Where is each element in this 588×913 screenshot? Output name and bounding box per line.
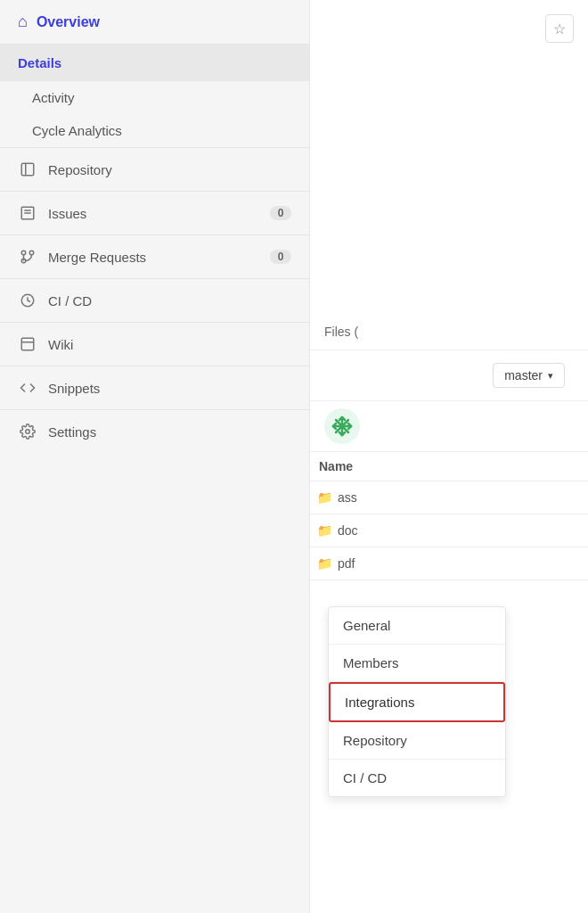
sidebar-details-header[interactable]: Details	[0, 45, 309, 81]
svg-rect-9	[21, 338, 34, 350]
file-name: doc	[338, 523, 358, 538]
file-icon	[18, 160, 37, 179]
sidebar-details-section: Details Activity Cycle Analytics	[0, 45, 309, 147]
dropdown-item-general[interactable]: General	[329, 607, 505, 645]
merge-requests-label: Merge Requests	[48, 250, 146, 265]
svg-point-11	[26, 430, 30, 434]
files-row: Files (	[310, 314, 588, 350]
svg-point-5	[21, 251, 26, 255]
settings-left: Settings	[18, 422, 96, 441]
sidebar-item-repository[interactable]: Repository	[0, 147, 309, 191]
wiki-label: Wiki	[48, 337, 73, 352]
issues-badge: 0	[270, 206, 291, 220]
cycle-analytics-label: Cycle Analytics	[32, 123, 122, 138]
star-icon: ☆	[553, 21, 566, 37]
star-button[interactable]: ☆	[545, 14, 574, 43]
dropdown-item-cicd[interactable]: CI / CD	[329, 760, 505, 796]
sidebar-item-ci-cd[interactable]: CI / CD	[0, 278, 309, 322]
sidebar-overview[interactable]: ⌂ Overview	[0, 0, 309, 45]
svg-point-6	[29, 251, 34, 255]
list-item[interactable]: 📁 ass	[310, 481, 588, 514]
dropdown-menu: General Members Integrations Repository …	[328, 606, 506, 797]
file-name: ass	[338, 490, 357, 505]
merge-icon	[18, 247, 37, 267]
sidebar-item-activity[interactable]: Activity	[0, 81, 309, 114]
issues-left: Issues	[18, 203, 86, 223]
sidebar-item-cycle-analytics[interactable]: Cycle Analytics	[0, 114, 309, 147]
list-item[interactable]: 📁 doc	[310, 514, 588, 547]
cicd-icon	[18, 291, 37, 310]
repository-left: Repository	[18, 160, 112, 179]
snippets-icon	[18, 378, 37, 398]
wiki-icon	[18, 334, 37, 354]
cicd-left: CI / CD	[18, 291, 92, 310]
issues-label: Issues	[48, 206, 86, 221]
cicd-label: CI / CD	[48, 293, 92, 308]
dropdown-item-repository[interactable]: Repository	[329, 722, 505, 760]
merge-requests-left: Merge Requests	[18, 247, 146, 267]
main-top: ☆	[310, 0, 588, 314]
files-label: Files (	[324, 325, 358, 339]
wiki-left: Wiki	[18, 334, 73, 354]
sidebar-item-wiki[interactable]: Wiki	[0, 322, 309, 366]
sidebar-item-settings[interactable]: Settings	[0, 409, 309, 453]
overview-label: Overview	[37, 14, 100, 30]
activity-label: Activity	[32, 90, 75, 105]
file-name: pdf	[338, 556, 355, 571]
dropdown-item-integrations[interactable]: Integrations	[329, 682, 505, 722]
name-header: Name	[310, 452, 588, 481]
master-button[interactable]: master ▾	[493, 363, 565, 388]
avatar-row	[310, 401, 588, 452]
list-item[interactable]: 📁 pdf	[310, 547, 588, 580]
repository-label: Repository	[48, 162, 112, 177]
home-icon: ⌂	[18, 12, 28, 31]
settings-icon	[18, 422, 37, 441]
master-label: master	[504, 368, 543, 382]
avatar	[324, 408, 360, 444]
chevron-down-icon: ▾	[548, 370, 553, 382]
svg-rect-0	[21, 163, 34, 176]
snippets-label: Snippets	[48, 381, 100, 396]
folder-icon: 📁	[317, 490, 332, 505]
sidebar-item-snippets[interactable]: Snippets	[0, 366, 309, 409]
sidebar: ⌂ Overview Details Activity Cycle Analyt…	[0, 0, 310, 913]
snippets-left: Snippets	[18, 378, 100, 398]
dropdown-item-members[interactable]: Members	[329, 645, 505, 682]
folder-icon: 📁	[317, 556, 332, 571]
sidebar-item-merge-requests[interactable]: Merge Requests 0	[0, 234, 309, 278]
sidebar-item-issues[interactable]: Issues 0	[0, 191, 309, 234]
main-content: ☆ Files ( master ▾	[310, 0, 588, 913]
issues-icon	[18, 203, 37, 223]
folder-icon: 📁	[317, 523, 332, 538]
merge-requests-badge: 0	[270, 250, 291, 264]
settings-label: Settings	[48, 424, 96, 440]
